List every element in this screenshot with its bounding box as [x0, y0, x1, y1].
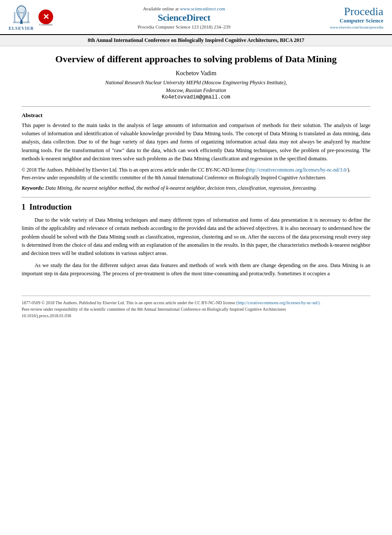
copyright-label: © 2018 The Authors. Published by Elsevie… — [22, 167, 351, 172]
abstract-text: This paper is devoted to the main tasks … — [22, 121, 370, 163]
crossmark-logo: ✕ CrossMark — [38, 6, 54, 29]
abstract-heading: Abstract — [22, 112, 370, 119]
keywords-line: Keywords: Data Mining, the nearest neigh… — [22, 184, 370, 192]
paper-title: Overview of different approaches to solv… — [22, 53, 370, 66]
paper-title-section: Overview of different approaches to solv… — [22, 53, 370, 100]
copyright-text: © 2018 The Authors. Published by Elsevie… — [22, 166, 370, 182]
author-name: Kochetov Vadim — [22, 70, 370, 77]
procedia-branding: Procedia Computer Science www.elsevier.c… — [314, 6, 383, 29]
conference-bar: 8th Annual International Conference on B… — [0, 35, 392, 46]
procedia-url: www.elsevier.com/locate/procedia — [314, 25, 383, 29]
affiliation-line2: Moscow, Russian Federation — [166, 87, 226, 93]
svg-text:✕: ✕ — [42, 13, 49, 21]
page: ELSEVIER ✕ CrossMark Available online at… — [0, 0, 392, 535]
header-logos: ELSEVIER ✕ CrossMark — [9, 4, 54, 31]
section-heading-1: 1 Introduction — [22, 203, 370, 212]
procedia-subtitle: Computer Science — [314, 17, 383, 24]
keywords-text: Data Mining, the nearest neighbor method… — [45, 185, 317, 191]
peer-review-text: Peer-review under responsibility of the … — [22, 175, 325, 180]
sciencedirect-title: ScienceDirect — [54, 12, 314, 23]
abstract-section: Abstract This paper is devoted to the ma… — [22, 112, 370, 192]
footer-doi: 10.1016/j.procs.2018.01.036 — [22, 312, 370, 319]
journal-info: Procedia Computer Science 123 (2018) 234… — [54, 24, 314, 29]
page-header: ELSEVIER ✕ CrossMark Available online at… — [0, 0, 392, 35]
footer-issn: 1877-0509 © 2018 The Authors. Published … — [22, 299, 370, 306]
section-title: Introduction — [29, 203, 72, 211]
intro-paragraph-2: As we study the data for the different s… — [22, 261, 370, 278]
elsevier-tree-icon — [10, 4, 33, 25]
introduction-section: 1 Introduction Due to the wide variety o… — [22, 203, 370, 278]
author-email: Ko4etovvadim@gmail.com — [22, 94, 370, 100]
procedia-title: Procedia — [314, 6, 383, 17]
sciencedirect-url-link[interactable]: www.sciencedirect.com — [180, 6, 225, 11]
available-online-text: Available online at www.sciencedirect.co… — [54, 6, 314, 11]
elsevier-label: ELSEVIER — [9, 26, 34, 31]
title-divider — [22, 106, 370, 107]
affiliation-line1: National Research Nuclear University MEP… — [105, 80, 287, 86]
header-center: Available online at www.sciencedirect.co… — [54, 6, 314, 29]
page-footer: 1877-0509 © 2018 The Authors. Published … — [22, 296, 370, 323]
svg-text:CrossMark: CrossMark — [39, 23, 53, 26]
crossmark-icon: ✕ CrossMark — [38, 6, 54, 27]
elsevier-logo: ELSEVIER — [9, 4, 34, 31]
keywords-label: Keywords: — [22, 185, 44, 191]
section-divider — [22, 197, 370, 197]
copyright-link[interactable]: http://creativecommons.org/licenses/by-n… — [247, 167, 347, 172]
main-content: Overview of different approaches to solv… — [0, 46, 392, 289]
author-affiliation: National Research Nuclear University MEP… — [22, 79, 370, 94]
footer-peer-review: Peer-review under responsibility of the … — [22, 306, 370, 312]
svg-rect-3 — [27, 12, 29, 22]
svg-rect-2 — [14, 12, 15, 22]
svg-rect-4 — [13, 22, 29, 23]
footer-license-link[interactable]: (http://creativecommons.org/licenses/by-… — [236, 300, 321, 305]
intro-paragraph-1: Due to the wide variety of Data Mining t… — [22, 216, 370, 258]
svg-point-1 — [16, 4, 26, 18]
conference-text: 8th Annual International Conference on B… — [88, 37, 304, 43]
section-number: 1 — [22, 203, 25, 211]
